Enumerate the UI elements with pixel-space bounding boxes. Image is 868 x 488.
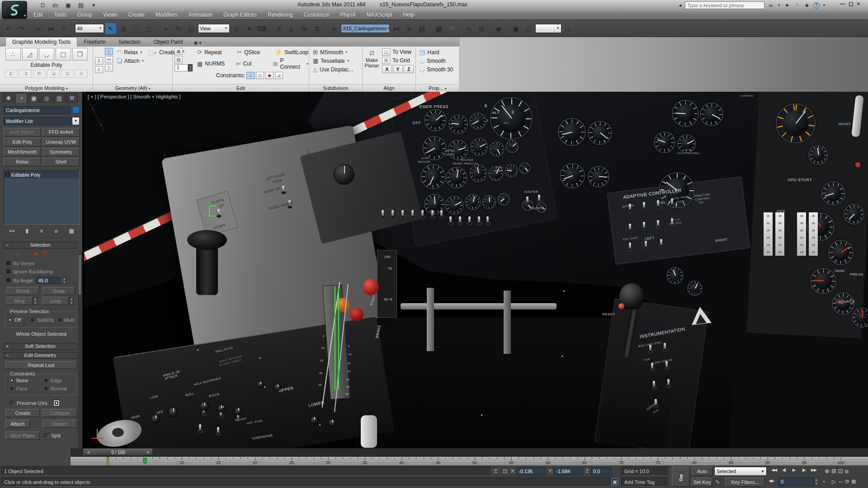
constraint-face-icon[interactable]: ◆ — [265, 72, 274, 79]
angle-snap-icon[interactable]: ∠ — [286, 23, 297, 34]
next-modifier-icon[interactable]: ◩ — [33, 70, 46, 78]
time-slider-handle[interactable]: < 0 / 100 > — [84, 449, 153, 456]
shrink-button[interactable]: Shrink — [6, 287, 39, 295]
smooth30-button[interactable]: ◡Smooth 30 — [418, 65, 458, 74]
attach-button[interactable]: ❏Attach▾ — [115, 56, 177, 65]
by-angle-value[interactable]: 45.0 — [36, 277, 60, 284]
zoom-region-icon[interactable]: ⧈ — [845, 468, 849, 475]
by-angle-spinner[interactable]: ▲▼ — [62, 277, 66, 284]
modifier-button-edit-poly[interactable]: Edit Poly — [4, 138, 41, 146]
perspective-viewport[interactable]: [ + ] [ Perspective ] [ Smooth + Highlig… — [84, 92, 868, 448]
play-selected-icon[interactable]: ▷ — [832, 479, 836, 485]
geometry-all-label[interactable]: Geometry (All) ▾ — [93, 84, 172, 92]
viewport-label[interactable]: [ + ] [ Perspective ] [ Smooth + Highlig… — [88, 94, 180, 99]
menu-customize[interactable]: Customize — [299, 11, 334, 19]
graphite-ribbon-toggle-icon[interactable]: ▦ — [433, 23, 445, 34]
menu-graph-editors[interactable]: Graph Editors — [219, 11, 261, 19]
polygon-icon[interactable]: ■ — [34, 251, 37, 257]
favorites-star-icon[interactable]: ★ — [803, 2, 811, 9]
set-keys-button[interactable]: ⚷ — [672, 467, 690, 487]
preview-multi-radio[interactable] — [57, 318, 62, 322]
by-angle-row[interactable]: By Angle: 45.0 ▲▼ — [6, 277, 66, 284]
set-key-button[interactable]: Set Key — [692, 478, 712, 487]
element-subobject-icon[interactable]: ❒ — [72, 48, 88, 61]
preserve-uvs-checkbox[interactable] — [10, 401, 14, 405]
tab-freeform[interactable]: Freeform — [77, 38, 112, 47]
command-panel-scrollbar[interactable] — [78, 253, 81, 465]
subdivide-icon[interactable]: ◍ — [75, 70, 88, 78]
ignore-backfacing-row[interactable]: Ignore Backfacing — [6, 269, 53, 274]
constraint-none-radio[interactable] — [9, 378, 14, 383]
pin-stack-icon[interactable]: ⊶ — [9, 228, 14, 234]
fetch-icon[interactable]: ▤ — [77, 1, 85, 9]
select-and-link-icon[interactable]: ∞ — [33, 23, 44, 34]
rect-selection-region-icon[interactable]: ⬚ — [130, 23, 142, 34]
make-unique-icon[interactable]: ∨ — [40, 228, 44, 234]
search-input[interactable] — [685, 1, 764, 9]
use-pivot-center-icon[interactable]: ⊙ — [231, 23, 242, 34]
soft-selection-rollout-header[interactable]: +Soft Selection — [4, 343, 77, 350]
border-subobject-icon[interactable]: ◡ — [39, 48, 54, 61]
curve-editor-icon[interactable]: ∿ — [463, 23, 475, 34]
pin-icon[interactable]: ⊶ — [105, 56, 113, 63]
promote-up-icon[interactable]: ⇑ — [95, 57, 103, 65]
constraint-normal-radio[interactable] — [44, 386, 48, 391]
edge-icon[interactable]: ◁ — [15, 251, 19, 257]
align-y-button[interactable]: Y — [393, 65, 403, 73]
hierarchy-tab-icon[interactable]: ▣ — [28, 93, 40, 103]
current-frame-field[interactable]: 0 — [778, 478, 814, 486]
modifier-button-relax[interactable]: Relax — [4, 158, 41, 166]
search-caret-icon[interactable]: ▾ — [777, 3, 781, 7]
swiftloop-button[interactable]: ⚡SwiftLoop — [273, 48, 310, 56]
tab-graphite-modeling-tools[interactable]: Graphite Modeling Tools — [5, 37, 77, 47]
key-filters-button[interactable]: Key Filters... — [725, 478, 765, 487]
msmooth-button[interactable]: ⊞MSmooth▾ — [311, 48, 360, 56]
preserve-uvs-settings-button[interactable] — [53, 400, 60, 406]
filter-icon[interactable]: ▽ — [105, 64, 113, 71]
snap-toggle-icon[interactable]: 3 — [273, 23, 285, 34]
relax-button[interactable]: ◠Relax▾ — [115, 48, 144, 56]
selection-rollout-header[interactable]: −Selection — [4, 242, 77, 249]
nurms-button[interactable]: ▦NURMS — [195, 56, 234, 71]
go-end-icon[interactable]: ▶▶ — [809, 468, 818, 472]
to-grid-button[interactable]: ⊞To Grid — [381, 56, 414, 65]
loop-button[interactable]: Loop — [42, 297, 69, 305]
edit-named-selections-icon[interactable]: ≡ — [328, 23, 340, 34]
menu-tools[interactable]: Tools — [49, 11, 71, 19]
time-slider-track[interactable]: < 0 / 100 > — [71, 448, 868, 457]
window-crossing-icon[interactable]: ◻ — [143, 23, 155, 34]
constraint-face-radio[interactable] — [9, 386, 14, 391]
edit-geometry-rollout-header[interactable]: −Edit Geometry — [4, 352, 77, 359]
attach-button-panel[interactable]: Attach — [5, 420, 30, 428]
detach-button[interactable]: Detach — [42, 420, 77, 428]
constraint-face-row[interactable]: Face — [9, 386, 27, 391]
percent-snap-icon[interactable]: % — [298, 23, 310, 34]
modifier-stack[interactable]: + Editable Poly — [4, 170, 80, 225]
frame-spinner[interactable]: ▲▼ — [814, 478, 819, 486]
make-planar-button[interactable]: ⧄ MakePlanar — [364, 48, 379, 83]
preserve-uvs-icon[interactable]: ▦ — [175, 48, 183, 55]
subdivision-label[interactable]: Subdivision — [309, 84, 362, 92]
named-selection-dropdown[interactable]: X15_CarlingaInterio▼ — [341, 24, 390, 33]
material-editor-icon[interactable]: ◉ — [493, 23, 505, 34]
modifier-button-shell[interactable]: Shell — [42, 158, 80, 166]
align-label[interactable]: Align — [363, 84, 415, 92]
search-binoculars-icon[interactable]: ∞ — [767, 2, 774, 9]
prev-frame-icon[interactable]: ◀| — [779, 468, 788, 472]
split-row[interactable]: Split — [44, 433, 61, 438]
time-configuration-icon[interactable]: ◔ — [822, 479, 825, 485]
select-by-name-icon[interactable]: ≣ — [118, 23, 129, 34]
split-checkbox[interactable] — [44, 433, 49, 438]
zoom-extents-icon[interactable]: ⊡ — [838, 468, 843, 475]
next-frame-arrow[interactable]: > — [146, 450, 149, 455]
isolate-icon[interactable]: ▣ — [611, 478, 618, 485]
preview-off-radio[interactable] — [8, 318, 12, 322]
spinner-snap-icon[interactable]: ⇅ — [311, 23, 323, 34]
mirror-icon[interactable]: ⋈ — [391, 23, 402, 34]
constraint-edge-radio[interactable] — [44, 378, 48, 383]
align-x-button[interactable]: X — [382, 65, 392, 73]
modifier-button-ffd-4x4x4[interactable]: FFD 4x4x4 — [42, 128, 80, 136]
modifier-list-dropdown[interactable]: Modifier List▼ — [4, 117, 80, 125]
constraint-none-icon[interactable]: ⊥ — [246, 72, 255, 79]
menu-animation[interactable]: Animation — [184, 11, 217, 19]
